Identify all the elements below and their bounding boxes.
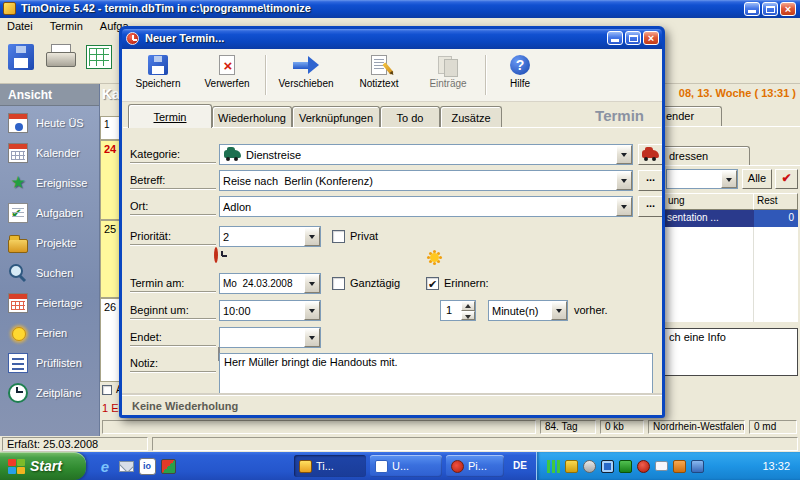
betreff-more-button[interactable]: ...	[638, 170, 662, 191]
reminder-count-spinner[interactable]: 1	[440, 300, 476, 321]
notiz-textarea[interactable]: Herr Müller bringt die Handouts mit.	[219, 353, 653, 394]
network-icon[interactable]	[601, 460, 614, 473]
termin-icon	[126, 32, 139, 45]
address-filter-combo[interactable]	[666, 169, 738, 189]
reminder-count-value: 1	[441, 301, 461, 320]
dropdown-arrow[interactable]	[616, 171, 632, 190]
save-button[interactable]	[8, 44, 34, 70]
system-tray: 13:32	[536, 452, 800, 480]
task-pi[interactable]: Pi...	[446, 455, 504, 477]
shield-icon[interactable]	[565, 460, 578, 473]
tab-todo[interactable]: To do	[380, 106, 440, 128]
kategorie-combo[interactable]: Dienstreise	[219, 144, 633, 165]
timonize-task-icon	[299, 460, 312, 473]
sidebar-item-ereignisse[interactable]: ★Ereignisse	[0, 170, 100, 196]
maximize-button[interactable]	[762, 2, 778, 16]
sidebar-item-ferien[interactable]: Ferien	[0, 320, 100, 346]
sidebar-header: Ansicht	[0, 84, 99, 106]
taskbar-clock[interactable]: 13:32	[762, 460, 800, 472]
tab-wiederholung[interactable]: Wiederholung	[212, 106, 292, 128]
dialog-titlebar: Neuer Termin... ×	[122, 29, 662, 49]
tab-zusaetze[interactable]: Zusätze	[440, 106, 502, 128]
volume-icon[interactable]	[583, 460, 596, 473]
spinner-buttons[interactable]	[461, 301, 475, 320]
printer-icon	[46, 44, 74, 70]
dropdown-arrow[interactable]	[304, 328, 320, 347]
io-app-icon[interactable]: io	[138, 457, 156, 475]
dropdown-arrow[interactable]	[304, 301, 320, 320]
dialog-maximize-button[interactable]	[625, 31, 641, 45]
dropdown-arrow[interactable]	[304, 227, 320, 246]
task-u[interactable]: U...	[370, 455, 442, 477]
list-header-col2[interactable]: Rest	[753, 193, 798, 210]
message-icon[interactable]	[655, 461, 668, 471]
list-header-col1[interactable]: ung	[664, 193, 754, 210]
ort-combo[interactable]: Adlon	[219, 196, 633, 217]
status-region: Nordrhein-Westfalen	[648, 420, 745, 434]
ort-value: Adlon	[223, 201, 616, 213]
kategorie-car-button[interactable]	[638, 144, 662, 165]
list-body[interactable]	[664, 227, 798, 322]
table-view-button[interactable]	[86, 45, 112, 69]
betreff-combo[interactable]: Reise nach Berlin (Konferenz)	[219, 170, 633, 191]
sidebar-item-prueflisten[interactable]: Prüflisten	[0, 350, 100, 376]
update-icon[interactable]	[673, 460, 686, 473]
start-button[interactable]: Start	[0, 452, 86, 480]
sidebar-item-zeitplaene[interactable]: Zeitpläne	[0, 380, 100, 406]
verwerfen-button[interactable]: ×Verwerfen	[196, 51, 258, 99]
verschieben-button[interactable]: Verschieben	[272, 51, 340, 99]
dialog-close-button[interactable]: ×	[643, 31, 659, 45]
antivirus-icon[interactable]	[619, 460, 632, 473]
close-button[interactable]: ×	[780, 2, 796, 16]
menu-datei[interactable]: Datei	[0, 18, 40, 34]
print-button[interactable]	[46, 44, 74, 70]
privat-checkbox[interactable]	[332, 230, 345, 243]
dropdown-arrow[interactable]	[616, 197, 632, 216]
move-arrow-icon	[292, 55, 320, 75]
sidebar-item-heute-us[interactable]: Heute ÜS	[0, 110, 100, 136]
list-row[interactable]: sentation ... 0	[664, 210, 798, 227]
betreff-label: Betreff:	[130, 174, 216, 189]
ganztaegig-checkbox[interactable]	[332, 277, 345, 290]
notiztext-button[interactable]: Notiztext	[348, 51, 410, 99]
hilfe-button[interactable]: ?Hilfe	[495, 51, 545, 99]
mail-icon[interactable]	[117, 457, 135, 475]
dropdown-arrow[interactable]	[616, 145, 632, 164]
dialog-minimize-button[interactable]	[607, 31, 623, 45]
sidebar-item-kalender[interactable]: Kalender	[0, 140, 100, 166]
sidebar-item-feiertage[interactable]: Feiertage	[0, 290, 100, 316]
prioritaet-combo[interactable]: 2	[219, 226, 321, 247]
device-icon[interactable]	[691, 460, 704, 473]
task-timonize[interactable]: Ti...	[294, 455, 366, 477]
tab-verknuepfungen[interactable]: Verknüpfungen	[292, 106, 380, 128]
menu-termin[interactable]: Termin	[43, 18, 90, 34]
speichern-button[interactable]: Speichern	[128, 51, 188, 99]
media-app-icon[interactable]	[159, 457, 177, 475]
mini-checkbox[interactable]	[102, 385, 112, 395]
vorher-label: vorher.	[574, 304, 608, 316]
sidebar-item-suchen[interactable]: Suchen	[0, 260, 100, 286]
alle-button[interactable]: Alle	[742, 169, 772, 189]
erinnern-checkbox[interactable]: ✔	[426, 277, 439, 290]
spin-up-icon[interactable]	[461, 301, 475, 311]
dropdown-arrow[interactable]	[551, 301, 567, 320]
sidebar-item-projekte[interactable]: Projekte	[0, 230, 100, 256]
dropdown-arrow[interactable]	[304, 274, 320, 293]
signal-bars-icon[interactable]	[547, 460, 560, 473]
alert-icon[interactable]	[637, 460, 650, 473]
ort-more-button[interactable]: ...	[638, 196, 662, 217]
language-indicator[interactable]: DE	[508, 457, 532, 475]
list-row-value: 0	[754, 210, 798, 227]
minimize-button[interactable]	[744, 2, 760, 16]
ie-icon[interactable]: e	[96, 457, 114, 475]
tab-termin[interactable]: Termin	[128, 104, 212, 128]
sidebar-item-aufgaben[interactable]: ✔Aufgaben	[0, 200, 100, 226]
confirm-check-button[interactable]: ✔	[775, 169, 798, 189]
termin-am-combo[interactable]: Mo 24.03.2008	[219, 273, 321, 294]
beginnt-um-combo[interactable]: 10:00	[219, 300, 321, 321]
save-icon	[148, 55, 168, 75]
dropdown-arrow[interactable]	[721, 170, 737, 188]
endet-combo[interactable]	[219, 327, 321, 348]
spin-down-icon[interactable]	[461, 311, 475, 321]
reminder-unit-combo[interactable]: Minute(n)	[488, 300, 568, 321]
